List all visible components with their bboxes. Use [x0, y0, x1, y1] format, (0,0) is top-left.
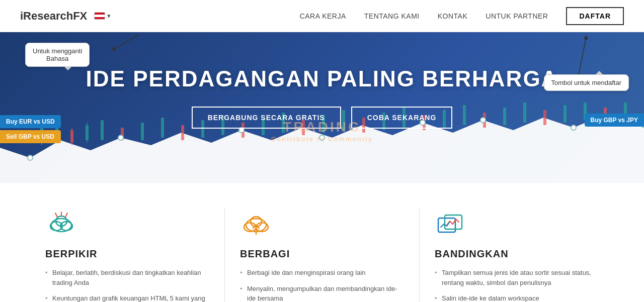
watermark-line1: TRADING: [271, 119, 373, 135]
bandingkan-list: Tampilkan semua jenis ide atau sortir se…: [435, 268, 599, 302]
svg-rect-36: [564, 105, 567, 123]
badge-sell-gbp-usd: Sell GBP vs USD: [0, 130, 61, 143]
svg-point-46: [571, 125, 576, 130]
nav-links: CARA KERJA TENTANG KAMI KONTAK UNTUK PAR…: [300, 7, 624, 25]
watermark-line2: Contribute to Community: [271, 135, 373, 143]
badge-buy-eur-usd: Buy EUR vs USD: [0, 115, 61, 128]
svg-rect-16: [161, 118, 164, 138]
daftar-button[interactable]: DAFTAR: [566, 7, 624, 25]
feature-berpikir: BERPIKIR Belajar, berlatih, berdiskusi d…: [30, 208, 225, 302]
brand-name: iResearchFX: [20, 10, 87, 23]
svg-line-0: [113, 35, 138, 50]
berpikir-item-0: Belajar, berlatih, berdiskusi dan tingka…: [45, 268, 209, 287]
svg-point-41: [118, 135, 123, 140]
brand-logo: iResearchFX: [20, 10, 87, 23]
berbagi-icon: [240, 208, 272, 240]
callout-daftar: Tombol untuk mendaftar: [544, 74, 629, 91]
svg-rect-31: [463, 105, 466, 125]
nav-tentang-kami[interactable]: TENTANG KAMI: [364, 12, 420, 20]
berbagi-item-1: Menyalin, mengumpulkan dan membandingkan…: [240, 284, 404, 303]
berpikir-title: BERPIKIR: [45, 248, 209, 260]
berbagi-item-0: Berbagi ide dan menginspirasi orang lain: [240, 268, 404, 278]
flag-dropdown-arrow: ▾: [107, 12, 111, 20]
navbar: iResearchFX ▾ CARA KERJA TENTANG KAMI KO…: [0, 0, 644, 32]
berpikir-icon: [45, 208, 77, 240]
language-selector[interactable]: ▾: [94, 12, 111, 20]
svg-rect-33: [503, 108, 506, 125]
flag-icon: [94, 12, 105, 20]
berbagi-title: BERBAGI: [240, 248, 404, 260]
nav-kontak[interactable]: KONTAK: [438, 12, 468, 20]
svg-line-54: [65, 213, 67, 217]
svg-point-48: [51, 219, 71, 232]
arrow-daftar: [564, 32, 594, 77]
nav-cara-kerja[interactable]: CARA KERJA: [300, 12, 346, 20]
badge-buy-gbp-jpy: Buy GBP vs JPY: [585, 114, 645, 127]
features-section: BERPIKIR Belajar, berlatih, berdiskusi d…: [0, 183, 644, 302]
svg-point-45: [480, 118, 486, 123]
svg-rect-13: [101, 120, 104, 140]
nav-untuk-partner[interactable]: UNTUK PARTNER: [486, 12, 548, 20]
svg-rect-34: [523, 103, 526, 123]
bandingkan-item-0: Tampilkan semua jenis ide atau sortir se…: [435, 268, 599, 287]
svg-line-52: [55, 213, 57, 217]
svg-rect-17: [181, 125, 184, 140]
feature-bandingkan: BANDINGKAN Tampilkan semua jenis ide ata…: [420, 208, 614, 302]
svg-point-40: [28, 155, 33, 160]
berpikir-list: Belajar, berlatih, berdiskusi dan tingka…: [45, 268, 209, 302]
arrow-bahasa: [103, 32, 143, 52]
berpikir-item-1: Keuntungan dari grafik keuangan HTML 5 k…: [45, 293, 209, 302]
bandingkan-item-1: Salin ide-ide ke dalam workspace: [435, 293, 599, 302]
hero-title: IDE PERDAGANGAN PALING BERHARGA: [86, 66, 558, 91]
feature-berbagi: BERBAGI Berbagi ide dan menginspirasi or…: [225, 208, 420, 302]
bandingkan-icon: [435, 208, 467, 240]
watermark: TRADING Contribute to Community: [271, 119, 373, 143]
callout-bahasa: Untuk mengganti Bahasa: [25, 43, 90, 67]
svg-line-2: [579, 37, 586, 75]
bandingkan-title: BANDINGKAN: [435, 248, 599, 260]
svg-rect-15: [141, 123, 144, 140]
berbagi-list: Berbagi ide dan menginspirasi orang lain…: [240, 268, 404, 302]
hero-section: Buy EUR vs USD Sell GBP vs USD Buy GBP v…: [0, 32, 644, 183]
svg-rect-35: [543, 110, 546, 125]
